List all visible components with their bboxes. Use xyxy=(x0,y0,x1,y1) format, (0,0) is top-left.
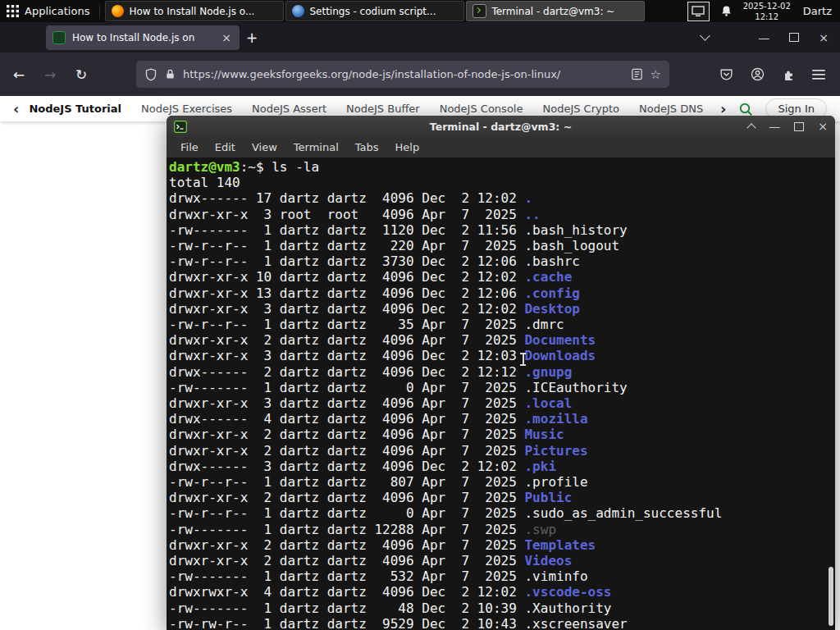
taskbar-item-terminal[interactable]: Terminal - dartz@vm3: ~ xyxy=(466,1,645,21)
monitor-icon xyxy=(692,6,705,17)
desktop: Applications How to Install Node.js o...… xyxy=(0,0,840,630)
forward-button[interactable]: → xyxy=(41,66,59,83)
menu-file[interactable]: File xyxy=(172,141,207,153)
terminal-app-icon xyxy=(174,121,187,133)
terminal-menubar: File Edit View Terminal Tabs Help xyxy=(167,137,835,158)
menu-edit[interactable]: Edit xyxy=(207,141,244,153)
nav-item-exercises[interactable]: NodeJS Exercises xyxy=(141,103,232,115)
nav-item-console[interactable]: NodeJS Console xyxy=(440,103,523,115)
terminal-body[interactable]: dartz@vm3:~$ ls -la total 140 drwx------… xyxy=(167,158,835,630)
terminal-title: Terminal - dartz@vm3: ~ xyxy=(167,121,835,133)
reload-button[interactable]: ↻ xyxy=(72,66,90,83)
nav-item-crypto[interactable]: NodeJS Crypto xyxy=(542,103,619,115)
terminal-minimize-button[interactable]: — xyxy=(769,121,780,132)
browser-tab-bar: How to Install Node.js on × + — × xyxy=(0,22,840,52)
tab-close-button[interactable]: × xyxy=(220,31,233,44)
tracking-shield-icon[interactable] xyxy=(144,68,158,81)
window-maximize-button[interactable] xyxy=(789,33,799,42)
browser-toolbar: ← → ↻ https://www.geeksforgeeks.org/node… xyxy=(0,52,840,97)
nav-scroll-left-icon[interactable]: ‹ xyxy=(13,102,19,116)
task-title: Settings - codium script... xyxy=(309,6,436,17)
lock-icon[interactable] xyxy=(165,68,176,80)
notifications-bell-icon[interactable] xyxy=(720,5,733,17)
browser-tab[interactable]: How to Install Node.js on × xyxy=(46,25,240,50)
firefox-icon xyxy=(112,5,124,17)
account-icon[interactable] xyxy=(751,67,765,81)
nav-item-assert[interactable]: NodeJS Assert xyxy=(252,103,326,115)
vm-display-tray-icon[interactable] xyxy=(687,2,710,21)
window-close-button[interactable]: × xyxy=(819,32,829,43)
gfg-nav-items: NodeJS Tutorial NodeJS Exercises NodeJS … xyxy=(29,103,710,115)
new-tab-button[interactable]: + xyxy=(240,25,264,50)
menu-hamburger-icon[interactable] xyxy=(812,69,825,80)
bookmark-star-icon[interactable]: ☆ xyxy=(651,67,661,82)
menu-view[interactable]: View xyxy=(244,141,285,153)
taskbar-item-settings[interactable]: Settings - codium script... xyxy=(285,1,464,21)
browser-window-controls: — × xyxy=(701,22,840,52)
pocket-icon[interactable] xyxy=(719,67,733,81)
terminal-close-button[interactable]: × xyxy=(818,121,828,132)
menu-tabs[interactable]: Tabs xyxy=(347,141,387,153)
url-bar[interactable]: https://www.geeksforgeeks.org/node-js/in… xyxy=(136,61,669,88)
top-panel: Applications How to Install Node.js o...… xyxy=(0,0,840,22)
nav-scroll-right-icon[interactable]: › xyxy=(720,102,726,116)
terminal-scrollbar[interactable] xyxy=(829,567,833,626)
system-tray: 2025-12-02 12:12 Dartz xyxy=(687,0,840,22)
terminal-window: Terminal - dartz@vm3: ~ — × File Edit Vi… xyxy=(167,116,835,630)
taskbar-item-browser[interactable]: How to Install Node.js o... xyxy=(105,1,284,21)
toolbar-icons xyxy=(719,67,830,81)
task-title: Terminal - dartz@vm3: ~ xyxy=(491,6,614,17)
applications-label: Applications xyxy=(25,5,89,17)
settings-icon xyxy=(292,5,304,17)
tab-title: How to Install Node.js on xyxy=(72,32,213,43)
clock[interactable]: 2025-12-02 12:12 xyxy=(743,1,791,22)
nav-item-buffer[interactable]: NodeJS Buffer xyxy=(346,103,420,115)
nav-item-dns[interactable]: NodeJS DNS xyxy=(639,103,703,115)
clock-time: 12:12 xyxy=(743,11,791,22)
terminal-window-controls: — × xyxy=(748,121,828,132)
shade-window-icon[interactable] xyxy=(747,123,756,132)
terminal-output[interactable]: dartz@vm3:~$ ls -la total 140 drwx------… xyxy=(167,158,835,630)
list-all-tabs-icon[interactable] xyxy=(700,30,710,41)
task-title: How to Install Node.js o... xyxy=(129,6,254,17)
terminal-titlebar[interactable]: Terminal - dartz@vm3: ~ — × xyxy=(167,116,835,137)
nav-item-tutorial[interactable]: NodeJS Tutorial xyxy=(29,103,121,115)
extensions-puzzle-icon[interactable] xyxy=(782,68,795,81)
reader-view-icon[interactable] xyxy=(631,68,643,80)
menu-terminal[interactable]: Terminal xyxy=(285,141,347,153)
url-text[interactable]: https://www.geeksforgeeks.org/node-js/in… xyxy=(183,68,623,80)
menu-help[interactable]: Help xyxy=(387,141,428,153)
back-button[interactable]: ← xyxy=(10,66,28,83)
applications-grid-icon xyxy=(7,5,19,17)
user-label: Dartz xyxy=(801,5,832,17)
terminal-maximize-button[interactable] xyxy=(794,122,804,131)
panel-separator xyxy=(99,4,100,19)
clock-date: 2025-12-02 xyxy=(743,1,791,11)
applications-menu-button[interactable]: Applications xyxy=(0,0,99,22)
site-favicon-icon xyxy=(52,31,66,44)
terminal-icon xyxy=(472,4,486,18)
search-icon[interactable] xyxy=(738,102,753,116)
window-minimize-button[interactable]: — xyxy=(758,32,769,43)
